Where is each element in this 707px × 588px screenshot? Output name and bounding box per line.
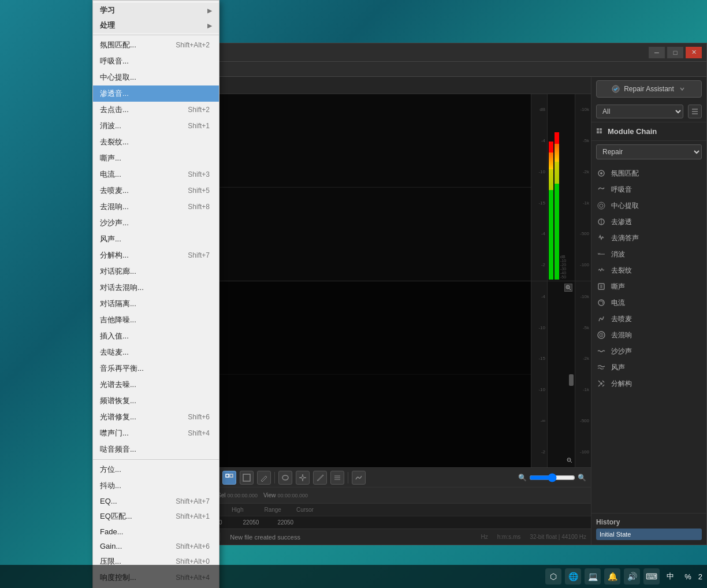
level-bar-1	[549, 142, 553, 280]
menu-item-dehiss[interactable]: 嘶声...	[93, 150, 219, 166]
menu-item-spectral-denoise[interactable]: 光谱去噪...	[93, 377, 219, 393]
view-group: View 00:00:00.000	[263, 492, 308, 498]
module-item-decrackle[interactable]: 去裂纹	[591, 262, 706, 278]
module-item-decompose[interactable]: 分解构	[591, 375, 706, 392]
module-item-hum[interactable]: 电流	[591, 295, 706, 311]
panel-menu-button[interactable]	[688, 105, 702, 118]
history-item-initial[interactable]: Initial State	[596, 529, 702, 540]
menu-item-eq-match[interactable]: EQ匹配... Shift+Alt+1	[93, 508, 219, 524]
module-item-deplosive[interactable]: 去喷麦	[591, 311, 706, 327]
submenu-process-label: 处理	[100, 20, 115, 31]
menu-item-spectral-recover[interactable]: 频谱恢复...	[93, 393, 219, 409]
maximize-button[interactable]: □	[667, 47, 683, 58]
decompose-icon	[596, 378, 606, 389]
module-item-dewave[interactable]: 消波	[591, 246, 706, 262]
tool-bars[interactable]	[330, 471, 344, 485]
menu-item-rustle[interactable]: 沙沙声...	[93, 215, 219, 231]
taskbar-icon-6[interactable]: ⌨	[643, 568, 660, 585]
menu-item-dialog-denoise[interactable]: 对话驼廊...	[93, 263, 219, 280]
submenu-header-learn[interactable]: 学习 ▶	[93, 3, 219, 18]
menu-label-leakage: 渗透音...	[100, 88, 129, 99]
zoom-minus-icon[interactable]: 🔍	[518, 474, 527, 482]
tool-ellipse[interactable]	[278, 471, 292, 485]
module-item-ambience[interactable]: 氛围匹配	[591, 165, 706, 181]
menu-item-declick2[interactable]: 去哒麦...	[93, 344, 219, 360]
module-item-leakage[interactable]: 去渗透	[591, 214, 706, 230]
window-controls: ─ □ ✕	[649, 47, 702, 58]
zoom-in-icon[interactable]	[564, 284, 572, 292]
menu-item-center[interactable]: 中心提取...	[93, 69, 219, 85]
tool-pencil[interactable]	[313, 471, 327, 485]
menu-item-gain[interactable]: Gain... Shift+Alt+6	[93, 539, 219, 553]
high-label: High	[232, 507, 244, 513]
svg-rect-16	[230, 474, 233, 477]
menu-label-dialog-isolate: 对话隔离...	[100, 299, 136, 309]
module-item-breath[interactable]: 呼吸音	[591, 181, 706, 198]
menu-label-gain: Gain...	[100, 542, 122, 550]
close-button[interactable]: ✕	[686, 47, 702, 58]
module-item-dereverb[interactable]: 去混响	[591, 327, 706, 343]
menu-item-click-repair[interactable]: 哒音频音...	[93, 441, 219, 457]
repair-dropdown[interactable]: Repair	[596, 144, 702, 159]
menu-item-deplosive[interactable]: 去喷麦... Shift+5	[93, 183, 219, 199]
module-item-hiss[interactable]: 嘶声	[591, 278, 706, 295]
tool-magic-wand[interactable]	[296, 471, 310, 485]
menu-item-spectral-repair[interactable]: 光谱修复... Shift+6	[93, 409, 219, 425]
minimize-button[interactable]: ─	[649, 47, 665, 58]
svg-rect-28	[597, 131, 599, 133]
wind-icon	[596, 362, 606, 373]
zoom-plus-icon[interactable]: 🔍	[578, 474, 586, 482]
menu-item-music-rebalance[interactable]: 音乐再平衡...	[93, 360, 219, 377]
taskbar-symbol[interactable]: %	[681, 570, 695, 583]
module-item-center[interactable]: 中心提取	[591, 198, 706, 214]
sel-group: Sel 00:00:00.000	[217, 492, 258, 498]
taskbar-icon-4[interactable]: 🔔	[604, 568, 620, 585]
menu-item-fade[interactable]: Fade...	[93, 524, 219, 539]
decrackle-icon	[596, 265, 606, 276]
menu-item-decompose[interactable]: 分解构... Shift+7	[93, 247, 219, 263]
zoom-slider[interactable]	[529, 473, 575, 482]
scroll-indicator[interactable]	[569, 374, 574, 386]
zoom-out-icon[interactable]	[567, 456, 572, 465]
taskbar-icon-3[interactable]: 💻	[585, 568, 601, 585]
submenu-learn-label: 学习	[100, 5, 115, 16]
menu-item-dialog-dereverb[interactable]: 对话去混响...	[93, 280, 219, 296]
taskbar-icon-1[interactable]: ⬡	[545, 568, 561, 585]
tool-envelope[interactable]	[352, 471, 366, 485]
db-scale-top: dB-4-10-15-4-2	[531, 94, 547, 281]
module-item-declick[interactable]: 去滴答声	[591, 230, 706, 246]
menu-item-insert[interactable]: 插入值...	[93, 328, 219, 344]
declick-label: 去滴答声	[611, 233, 639, 243]
menu-item-dereverb[interactable]: 去混响... Shift+8	[93, 199, 219, 215]
taskbar: ⬡ 🌐 💻 🔔 🔊 ⌨ 中 % 2	[0, 565, 707, 588]
menu-label-ambience: 氛围匹配...	[100, 40, 136, 50]
repair-assistant-label: Repair Assistant	[624, 85, 674, 93]
menu-item-ambience[interactable]: 氛围匹配... Shift+Alt+2	[93, 37, 219, 53]
menu-item-dialog-isolate[interactable]: 对话隔离...	[93, 296, 219, 312]
module-item-wind[interactable]: 风声	[591, 359, 706, 375]
all-dropdown[interactable]: All	[596, 105, 683, 118]
repair-assistant-button[interactable]: Repair Assistant	[596, 80, 702, 98]
menu-item-gate[interactable]: 噤声门... Shift+4	[93, 425, 219, 441]
menu-item-dither[interactable]: 抖动...	[93, 478, 219, 494]
menu-item-decrackle[interactable]: 去裂纹...	[93, 134, 219, 150]
menu-item-breath[interactable]: 呼吸音...	[93, 53, 219, 69]
taskbar-icon-2[interactable]: 🌐	[565, 568, 581, 585]
taskbar-icon-5[interactable]: 🔊	[624, 568, 640, 585]
menu-item-dehum[interactable]: 电流... Shift+3	[93, 166, 219, 183]
menu-item-dewave[interactable]: 消波... Shift+1	[93, 118, 219, 134]
tool-lasso[interactable]	[240, 471, 254, 485]
menu-item-eq[interactable]: EQ... Shift+Alt+7	[93, 494, 219, 508]
module-item-rustle[interactable]: 沙沙声	[591, 343, 706, 359]
tool-select[interactable]	[222, 471, 236, 485]
menu-item-declick[interactable]: 去点击... Shift+2	[93, 102, 219, 118]
tool-brush[interactable]	[257, 471, 271, 485]
menu-item-guitar-denoise[interactable]: 吉他降噪...	[93, 312, 219, 328]
context-menu: 学习 ▶ 处理 ▶ 氛围匹配... Shift+Alt+2 呼吸音... 中心提…	[92, 0, 219, 588]
menu-item-leakage[interactable]: 渗透音...	[93, 85, 219, 102]
menu-item-wind[interactable]: 风声...	[93, 231, 219, 247]
menu-item-azimuth[interactable]: 方位...	[93, 462, 219, 478]
submenu-header-process[interactable]: 处理 ▶	[93, 18, 219, 33]
taskbar-lang[interactable]: 中	[663, 569, 678, 584]
submenu-process-arrow: ▶	[207, 23, 212, 29]
